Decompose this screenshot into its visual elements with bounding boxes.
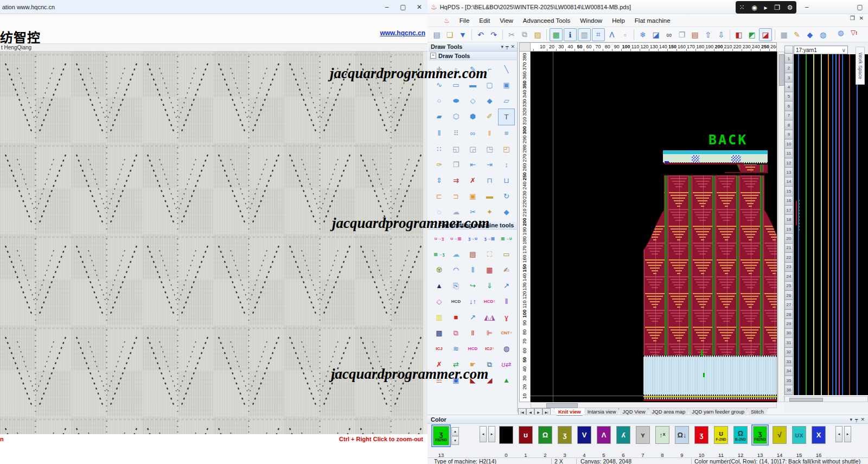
draw-tool-r1c4[interactable]: ▣: [498, 77, 515, 93]
flat-tool-r6c2[interactable]: Ⅱ: [464, 325, 481, 341]
yarn-row-21[interactable]: 21: [784, 244, 793, 253]
tab-knit-view[interactable]: Knit view: [554, 408, 585, 416]
draw-tool-r6c0[interactable]: ✑: [431, 157, 448, 173]
swatch-spinner-up[interactable]: ▲: [451, 427, 459, 436]
draw-tool-r2c2[interactable]: ◇: [464, 93, 481, 109]
yarn-row-2[interactable]: 2: [784, 63, 793, 73]
flat-tool-r2c0[interactable]: ♼: [431, 262, 448, 278]
yarn-row-23[interactable]: 23: [784, 263, 793, 272]
yarn-row-29[interactable]: 29: [784, 319, 793, 328]
menu-view[interactable]: View: [500, 17, 513, 24]
yarn-row-11[interactable]: 11: [784, 149, 793, 158]
collapse-icon[interactable]: −: [430, 222, 436, 228]
swatch-right-nav-0[interactable]: ◂: [835, 426, 843, 442]
draw-tool-r9c2[interactable]: ✂: [464, 204, 481, 220]
yarn-row-17[interactable]: 17: [784, 206, 793, 215]
yarn-feeder-area[interactable]: [794, 54, 868, 395]
yarn-row-10[interactable]: 10: [784, 139, 793, 149]
yarn-row-24[interactable]: 24: [784, 272, 793, 281]
toolbar-icon-22[interactable]: ▤: [689, 29, 701, 41]
color-panel-header[interactable]: Color ▾ ┯ ✕: [427, 415, 868, 424]
yarn-row-18[interactable]: 18: [784, 215, 793, 224]
panel-pin-icon[interactable]: ┯: [855, 417, 858, 422]
collapse-icon[interactable]: −: [430, 53, 436, 59]
yarn-row-3[interactable]: 3: [784, 73, 793, 82]
yarn-row-1[interactable]: 1: [784, 54, 793, 63]
swatch-prev-next-0[interactable]: ◂: [480, 426, 487, 442]
current-color-swatch[interactable]: ʒFB2ND: [433, 426, 449, 446]
toolbar-icon-12[interactable]: ℹ: [564, 28, 577, 41]
draw-tool-r5c3[interactable]: ◳: [481, 141, 498, 157]
flat-tool-r4c0[interactable]: ◇: [431, 294, 448, 309]
flat-tool-r7c4[interactable]: ◍: [498, 341, 515, 357]
draw-tool-r4c4[interactable]: ≡: [498, 125, 515, 141]
toolbar-icon-11[interactable]: ▦: [550, 28, 563, 41]
toolbar-icon-31[interactable]: ✎: [791, 29, 803, 41]
swatch-spinner-down[interactable]: ▼: [451, 436, 459, 445]
menu-window[interactable]: Window: [580, 17, 602, 24]
draw-tool-r7c3[interactable]: ⊓: [481, 173, 498, 188]
flat-tool-r1c3[interactable]: ⛶: [481, 246, 498, 262]
toolbar-icon-32[interactable]: ◆: [804, 29, 816, 41]
toolbar-icon-1[interactable]: ❏: [444, 29, 456, 41]
overlay-icon-2[interactable]: ▸: [764, 4, 767, 11]
flat-tool-r4c2[interactable]: ↓↑: [464, 294, 481, 309]
yarn-row-22[interactable]: 22: [784, 253, 793, 262]
globe-icon[interactable]: ◍: [838, 29, 844, 37]
draw-tool-r7c4[interactable]: ⊔: [498, 173, 515, 188]
flat-tool-r9c3[interactable]: ◢: [481, 372, 498, 388]
draw-tool-r3c0[interactable]: ▰: [431, 109, 448, 124]
app-minimize-button[interactable]: –: [799, 2, 815, 12]
draw-tool-r4c1[interactable]: ⠿: [448, 125, 464, 141]
draw-tool-r0c0[interactable]: ✛: [431, 61, 448, 77]
screenshot-overlay-toolbar[interactable]: ⁙◉▸❐⚙: [736, 1, 796, 14]
toolbar-icon-4[interactable]: ↶: [475, 29, 487, 41]
yarn-row-25[interactable]: 25: [784, 282, 793, 291]
yarn-selector-dropdown[interactable]: 17:yarn1 ∨: [794, 46, 848, 54]
flat-tool-r1c2[interactable]: ▤: [464, 246, 481, 262]
left-titlebar[interactable]: ation www.hqcnc.cn – ▢ ✕: [0, 0, 427, 14]
draw-tool-r9c1[interactable]: ☁: [448, 204, 464, 220]
flat-tool-r8c4[interactable]: ʊ⇄: [498, 357, 515, 372]
flat-tool-r0c3[interactable]: ʒ→▦: [481, 231, 498, 246]
draw-tool-r5c0[interactable]: ∷: [431, 141, 448, 157]
panel-dropdown-icon[interactable]: ▾: [501, 44, 504, 49]
flat-tool-r5c2[interactable]: ↗: [464, 309, 481, 325]
draw-tool-r5c2[interactable]: ◲: [464, 141, 481, 157]
flat-tool-r0c2[interactable]: ʒ→ʊ: [464, 231, 481, 246]
left-maximize-button[interactable]: ▢: [395, 2, 411, 12]
flat-tool-r1c1[interactable]: ☁: [448, 246, 464, 262]
color-swatch-10[interactable]: ʒ: [694, 426, 709, 444]
app-titlebar[interactable]: ♨ HqPDS - [D:\BEL&BO\2025\WINTER-2025\LW…: [427, 0, 868, 14]
draw-tool-r4c2[interactable]: ∞: [464, 125, 481, 141]
flat-tool-r7c3[interactable]: ICJ↑: [481, 341, 498, 357]
draw-tool-r7c0[interactable]: ⇕: [431, 173, 448, 188]
swatch-right-nav-1[interactable]: ▸: [844, 426, 851, 442]
flat-tool-r9c4[interactable]: ▲: [498, 372, 515, 388]
left-close-button[interactable]: ✕: [411, 2, 427, 12]
draw-tool-r5c4[interactable]: ◰: [498, 141, 515, 157]
app-maximize-button[interactable]: ▢: [852, 2, 868, 12]
flat-tool-r6c1[interactable]: ⧉: [448, 325, 464, 341]
color-swatch-14[interactable]: √: [773, 426, 787, 444]
flat-tool-r9c2[interactable]: ◣: [464, 372, 481, 388]
toolbar-icon-20[interactable]: ∞: [663, 29, 675, 41]
flat-tool-r0c4[interactable]: ▦→ʊ: [498, 231, 515, 246]
draw-tool-r3c2[interactable]: ⬢: [464, 109, 481, 124]
flat-tool-r7c1[interactable]: ≋: [448, 341, 464, 357]
draw-tool-r5c1[interactable]: ◱: [448, 141, 464, 157]
draw-tool-r3c1[interactable]: ⬡: [448, 109, 464, 124]
flat-tool-r6c4[interactable]: CNT↑: [498, 325, 515, 341]
flat-tool-r4c3[interactable]: HCD↑: [481, 294, 498, 309]
yarn-alert-icon[interactable]: ▽!: [851, 29, 857, 36]
swatch-prev-next-1[interactable]: ▸: [488, 426, 495, 442]
menu-flat-machine[interactable]: Flat machine: [635, 17, 671, 24]
toolbar-icon-5[interactable]: ↷: [488, 29, 500, 41]
draw-tool-r8c1[interactable]: ⊐: [448, 188, 464, 204]
mdi-buttons[interactable]: ❐✕: [850, 15, 864, 21]
draw-tool-r2c0[interactable]: ○: [431, 93, 448, 109]
flat-tool-r5c0[interactable]: ▥: [431, 309, 448, 325]
color-swatch-5[interactable]: Λ: [597, 426, 611, 444]
draw-tool-r6c2[interactable]: ⇤: [464, 157, 481, 173]
draw-tool-r2c3[interactable]: ◆: [481, 93, 498, 109]
